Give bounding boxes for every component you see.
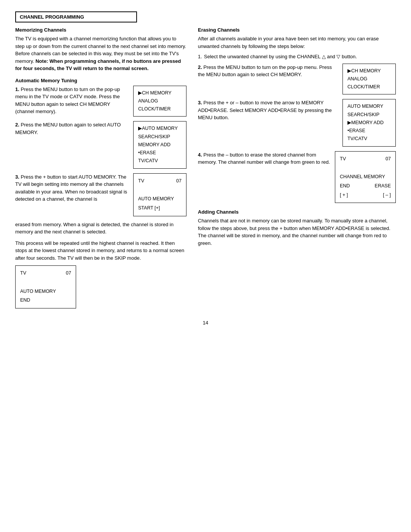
erasing-channels-heading: Erasing Channels: [198, 27, 396, 33]
memorizing-channels-heading: Memorizing Channels: [15, 27, 186, 33]
auto-memory-heading: Automatic Memory Tuning: [15, 78, 186, 83]
erase-step-2-text: 2. Press the MENU button to turn on the …: [198, 64, 338, 95]
step-2-text: 2. Press the MENU button again to select…: [15, 121, 129, 168]
right-menu-box-2: AUTO MEMORY SEARCH/SKIP ▶MEMORY ADD •ERA…: [342, 99, 396, 146]
adding-channels-para: Channels that are not in memory can be s…: [198, 217, 396, 247]
menu-box-auto-memory-1: ▶AUTO MEMORY SEARCH/SKIP MEMORY ADD •ERA…: [133, 121, 186, 168]
arrow-icon-2: ▶: [138, 126, 142, 131]
erase-step-3-text: 3. Press the + or – button to move the a…: [198, 99, 338, 146]
process-para: This process will be repeated until the …: [15, 240, 186, 262]
step-1-text: 1. Press the MENU button to turn on the …: [15, 86, 129, 117]
right-menu-box-1: ▶CH MEMORY ANALOG CLOCK/TIMER: [342, 64, 396, 95]
arrow-icon-1: ▶: [138, 90, 142, 96]
memorizing-para: The TV is equipped with a channel memori…: [15, 35, 186, 72]
page-container: CHANNEL PROGRAMMING Memorizing Channels …: [15, 11, 396, 326]
step-1: 1. Press the MENU button to turn on the …: [15, 86, 186, 117]
step-3-text: 3. Press the + button to start AUTO MEMO…: [15, 173, 129, 216]
tv-box-end: TV 07 AUTO MEMORY END: [15, 265, 76, 308]
right-arrow-icon-1: ▶: [347, 68, 351, 73]
step-3: 3. Press the + button to start AUTO MEMO…: [15, 173, 186, 216]
right-column: Erasing Channels After all channels avai…: [198, 27, 396, 308]
erase-step-3: 3. Press the + or – button to move the a…: [198, 99, 396, 146]
right-arrow-icon-2: ▶: [347, 120, 351, 125]
memorizing-bold: Note: When programming channels, if no b…: [15, 58, 181, 72]
erase-step-2: 2. Press the MENU button to turn on the …: [198, 64, 396, 95]
header-row: CHANNEL PROGRAMMING: [15, 11, 396, 22]
step-3-continued: erased from memory. When a signal is det…: [15, 221, 186, 236]
erasing-intro: After all channels available in your are…: [198, 35, 396, 50]
adding-channels-heading: Adding Channels: [198, 209, 396, 215]
two-col-layout: Memorizing Channels The TV is equipped w…: [15, 27, 396, 308]
erase-step-4-text: 4. Press the – button to erase the store…: [198, 151, 330, 203]
erase-step-4: 4. Press the – button to erase the store…: [198, 151, 396, 203]
erase-step-1: 1. Select the unwanted channel by using …: [198, 53, 396, 61]
step-2: 2. Press the MENU button again to select…: [15, 121, 186, 168]
tv-box-start: TV 07 AUTO MEMORY START [+]: [133, 173, 186, 216]
page-number: 14: [15, 320, 396, 326]
tv-box-erase: TV 07 CHANNEL MEMORY END ERASE [ + ] [ –…: [335, 151, 396, 203]
header-title: CHANNEL PROGRAMMING: [20, 14, 84, 20]
channel-programming-header: CHANNEL PROGRAMMING: [15, 11, 137, 22]
left-column: Memorizing Channels The TV is equipped w…: [15, 27, 186, 308]
menu-box-ch-memory-1: ▶CH MEMORY ANALOG CLOCK/TIMER: [133, 86, 186, 117]
